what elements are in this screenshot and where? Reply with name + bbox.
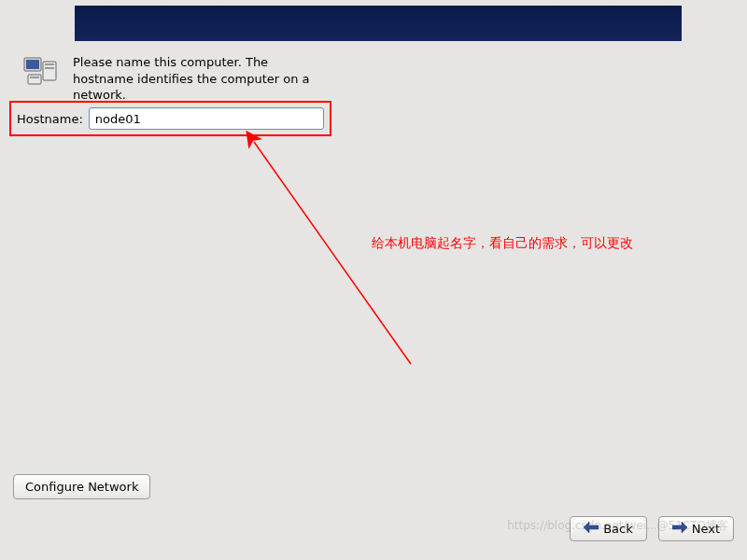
arrow-right-icon (672, 522, 687, 536)
header-banner (75, 6, 682, 41)
svg-rect-3 (45, 63, 54, 65)
hostname-label: Hostname: (17, 112, 83, 126)
back-button[interactable]: Back (570, 516, 647, 541)
svg-rect-1 (26, 60, 39, 69)
content-area: Please name this computer. The hostname … (22, 54, 316, 104)
configure-network-button[interactable]: Configure Network (13, 474, 150, 499)
hostname-input[interactable] (89, 107, 324, 130)
configure-network-container: Configure Network (13, 474, 150, 499)
svg-line-7 (254, 142, 411, 364)
annotation-text: 给本机电脑起名字，看自己的需求，可以更改 (372, 235, 633, 252)
instruction-text: Please name this computer. The hostname … (73, 54, 316, 104)
back-label: Back (603, 522, 633, 536)
svg-rect-6 (30, 77, 39, 78)
computer-icon (22, 54, 60, 88)
hostname-highlight-box: Hostname: (9, 101, 331, 136)
next-button[interactable]: Next (658, 516, 734, 541)
nav-buttons: Back Next (570, 516, 734, 541)
arrow-left-icon (584, 522, 599, 536)
svg-rect-5 (28, 75, 41, 84)
instruction-row: Please name this computer. The hostname … (22, 54, 316, 104)
next-label: Next (692, 522, 720, 536)
annotation-arrow (243, 131, 430, 373)
svg-rect-4 (45, 67, 54, 69)
